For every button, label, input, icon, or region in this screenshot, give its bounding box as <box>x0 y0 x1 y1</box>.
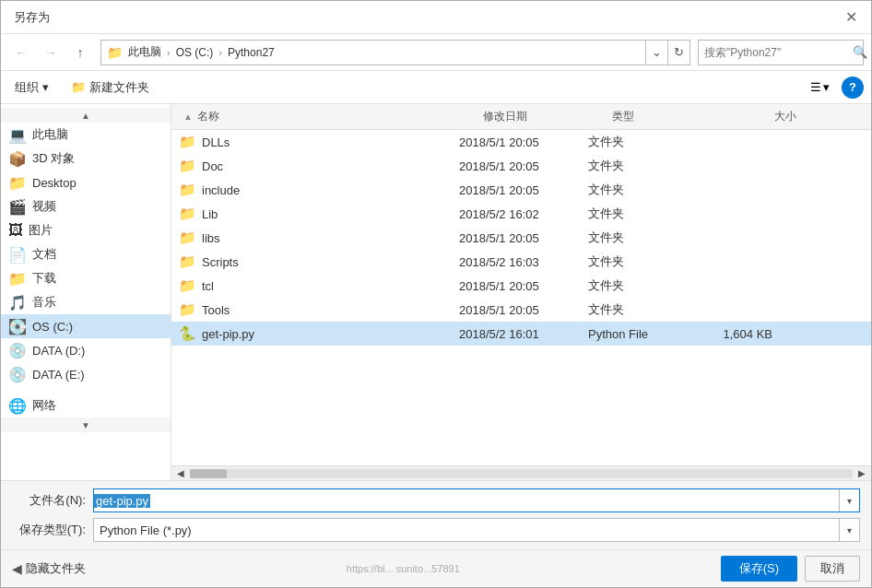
file-icon: 📁 <box>179 182 196 198</box>
file-icon: 📁 <box>179 253 196 270</box>
up-button[interactable]: ↑ <box>67 40 93 65</box>
title-bar: 另存为 ✕ <box>1 1 871 34</box>
horizontal-scrollbar[interactable]: ◀ ▶ <box>171 465 871 480</box>
hide-folders-label: 隐藏文件夹 <box>26 560 86 577</box>
breadcrumb-osc[interactable]: OS (C:) <box>176 46 214 59</box>
forward-button[interactable]: → <box>38 40 64 65</box>
osc-icon: 💽 <box>8 318 27 335</box>
sidebar-item-downloads[interactable]: 📁 下载 <box>1 266 171 290</box>
pictures-icon: 🖼 <box>8 222 23 239</box>
file-name: Tools <box>202 303 230 317</box>
filename-dropdown[interactable]: ▾ <box>839 489 859 512</box>
table-row[interactable]: 🐍get-pip.py2018/5/2 16:01Python File1,60… <box>171 322 871 346</box>
col-header-size[interactable]: 大小 <box>723 109 796 124</box>
sidebar-label-osc: OS (C:) <box>32 320 73 334</box>
table-row[interactable]: 📁DLLs2018/5/1 20:05文件夹 <box>171 130 871 154</box>
sidebar-item-3d[interactable]: 📦 3D 对象 <box>1 147 171 171</box>
file-name: get-pip.py <box>202 327 254 341</box>
desktop-icon: 📁 <box>8 174 27 192</box>
filetype-dropdown[interactable]: ▾ <box>839 519 859 541</box>
table-row[interactable]: 📁tcl2018/5/1 20:05文件夹 <box>171 274 871 298</box>
sort-arrow-up: ▲ <box>179 104 197 130</box>
hide-folders-button[interactable]: ◀ 隐藏文件夹 <box>12 560 86 577</box>
close-button[interactable]: ✕ <box>840 6 862 29</box>
file-icon: 📁 <box>179 206 196 222</box>
col-header-name[interactable]: 名称 <box>197 109 483 124</box>
table-row[interactable]: 📁Lib2018/5/2 16:02文件夹 <box>171 202 871 226</box>
file-icon: 📁 <box>179 229 196 246</box>
breadcrumb-mycomputer[interactable]: 此电脑 <box>128 44 161 60</box>
search-icon: 🔍 <box>848 45 872 59</box>
bottom-area: 文件名(N): get-pip.py ▾ 保存类型(T): Python Fil… <box>1 480 871 549</box>
file-icon: 📁 <box>179 277 196 294</box>
breadcrumb-python27[interactable]: Python27 <box>228 46 275 59</box>
view-button[interactable]: ☰ ▾ <box>806 77 834 97</box>
sidebar-label-datad: DATA (D:) <box>32 344 85 358</box>
sidebar-label-desktop: Desktop <box>32 176 77 190</box>
table-row[interactable]: 📁include2018/5/1 20:05文件夹 <box>171 178 871 202</box>
sidebar-scroll-up[interactable]: ▲ <box>1 108 171 123</box>
breadcrumb: 📁 此电脑 › OS (C:) › Python27 <box>101 44 645 60</box>
organizer-row: 组织 ▾ 📁 新建文件夹 ☰ ▾ ? <box>1 71 871 104</box>
scroll-track[interactable] <box>190 469 853 478</box>
music-icon: 🎵 <box>8 294 27 312</box>
back-button[interactable]: ← <box>8 40 34 65</box>
col-header-date[interactable]: 修改日期 <box>483 109 612 124</box>
sidebar-item-osc[interactable]: 💽 OS (C:) <box>1 314 171 338</box>
filename-selected-text: get-pip.py <box>94 494 150 508</box>
address-refresh[interactable]: ↻ <box>667 41 689 65</box>
organize-label: 组织 <box>15 79 39 96</box>
filename-input-wrapper[interactable]: get-pip.py ▾ <box>93 488 860 512</box>
sidebar-item-pictures[interactable]: 🖼 图片 <box>1 218 171 242</box>
video-icon: 🎬 <box>8 198 27 216</box>
datad-icon: 💿 <box>8 342 27 359</box>
sidebar-label-docs: 文档 <box>32 246 56 263</box>
file-type-cell: 文件夹 <box>588 206 699 222</box>
downloads-icon: 📁 <box>8 270 27 288</box>
file-name-cell: 📁Tools <box>179 301 459 318</box>
sidebar-scroll-down[interactable]: ▼ <box>1 417 171 432</box>
cancel-button[interactable]: 取消 <box>805 556 860 582</box>
sidebar-item-datae[interactable]: 💿 DATA (E:) <box>1 362 171 386</box>
file-type-cell: 文件夹 <box>588 158 699 174</box>
search-input[interactable] <box>699 46 848 59</box>
sidebar-item-desktop[interactable]: 📁 Desktop <box>1 171 171 194</box>
sidebar-item-docs[interactable]: 📄 文档 <box>1 242 171 266</box>
scroll-thumb[interactable] <box>190 469 227 478</box>
file-icon: 🐍 <box>179 325 196 342</box>
address-bar[interactable]: 📁 此电脑 › OS (C:) › Python27 ⌄ ↻ <box>100 40 690 65</box>
table-row[interactable]: 📁libs2018/5/1 20:05文件夹 <box>171 226 871 250</box>
save-button[interactable]: 保存(S) <box>721 556 797 582</box>
sidebar-item-video[interactable]: 🎬 视频 <box>1 194 171 218</box>
col-header-type[interactable]: 类型 <box>612 109 723 124</box>
filetype-input-wrapper[interactable]: Python File (*.py) ▾ <box>93 518 860 542</box>
sidebar-item-mycomputer[interactable]: 💻 此电脑 <box>1 123 171 147</box>
file-name-cell: 📁Doc <box>179 158 459 174</box>
sidebar-item-network[interactable]: 🌐 网络 <box>1 394 171 417</box>
file-name: tcl <box>202 279 214 293</box>
help-button[interactable]: ? <box>842 76 864 99</box>
file-pane: ▲ 名称 修改日期 类型 大小 📁DLLs2018/5/1 20:05文件夹📁D… <box>171 104 871 480</box>
file-name-cell: 📁include <box>179 182 459 198</box>
scroll-left-btn[interactable]: ◀ <box>173 467 188 480</box>
sidebar-item-datad[interactable]: 💿 DATA (D:) <box>1 338 171 362</box>
search-bar[interactable]: 🔍 <box>698 40 864 65</box>
scroll-right-btn[interactable]: ▶ <box>854 467 869 480</box>
file-type-cell: 文件夹 <box>588 134 699 150</box>
footer-buttons: 保存(S) 取消 <box>721 556 860 582</box>
new-folder-button[interactable]: 📁 新建文件夹 <box>63 76 158 100</box>
sidebar-item-music[interactable]: 🎵 音乐 <box>1 290 171 314</box>
table-row[interactable]: 📁Doc2018/5/1 20:05文件夹 <box>171 154 871 178</box>
file-name-cell: 📁libs <box>179 229 459 246</box>
organize-button[interactable]: 组织 ▾ <box>8 76 55 99</box>
table-row[interactable]: 📁Scripts2018/5/2 16:03文件夹 <box>171 250 871 274</box>
file-date-cell: 2018/5/1 20:05 <box>459 183 588 197</box>
table-row[interactable]: 📁Tools2018/5/1 20:05文件夹 <box>171 298 871 322</box>
file-type-cell: 文件夹 <box>588 229 699 246</box>
file-type-cell: 文件夹 <box>588 301 699 318</box>
filename-row: 文件名(N): get-pip.py ▾ <box>12 488 860 512</box>
address-dropdown[interactable]: ⌄ <box>645 41 667 65</box>
sidebar-label-mycomputer: 此电脑 <box>32 126 68 143</box>
filetype-value: Python File (*.py) <box>94 523 839 537</box>
file-date-cell: 2018/5/2 16:02 <box>459 207 588 221</box>
